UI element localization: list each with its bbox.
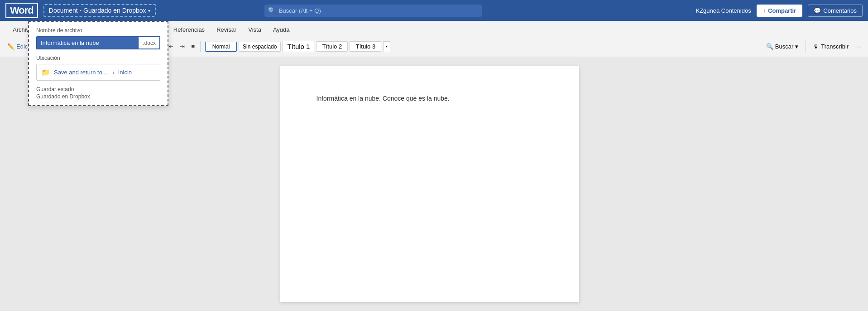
user-name: KZgunea Contenidos — [696, 7, 751, 14]
style-selector: Normal Sin espaciado Título 1 Título 2 T… — [205, 41, 390, 52]
buscar-chevron: ▾ — [795, 43, 798, 50]
transcribir-icon: 🎙 — [813, 43, 819, 50]
search-input[interactable] — [264, 5, 482, 17]
tab-referencias[interactable]: Referencias — [168, 24, 210, 36]
transcribir-button[interactable]: 🎙 Transcribir — [810, 41, 852, 52]
filename-label: Nombre de archivo — [36, 27, 160, 34]
style-sin-espaciado[interactable]: Sin espaciado — [239, 42, 281, 52]
save-and-return-button[interactable]: 📁 Save and return to ... › Inicio — [36, 64, 160, 81]
pencil-icon: ✏️ — [7, 43, 14, 50]
buscar-icon: 🔍 — [766, 43, 773, 50]
filename-popup: Nombre de archivo .docx Ubicación 📁 Save… — [28, 21, 168, 106]
search-icon: 🔍 — [268, 7, 276, 14]
ubicacion-label: Ubicación — [36, 55, 160, 61]
arrow-icon: › — [112, 69, 114, 76]
doc-title-button[interactable]: Document - Guardado en Dropbox ▾ — [43, 4, 156, 17]
tab-ayuda[interactable]: Ayuda — [268, 24, 295, 36]
style-normal[interactable]: Normal — [205, 42, 237, 52]
guardar-estado-label: Guardar estado — [36, 86, 160, 92]
doc-title-chevron: ▾ — [148, 8, 150, 13]
document-page[interactable]: Informática en la nube. Conoce qué es la… — [280, 66, 579, 302]
more-tools-button[interactable]: ··· — [854, 41, 864, 52]
comment-button[interactable]: 💬 Comentarios — [808, 5, 863, 17]
more-tools-icon: ··· — [857, 43, 862, 50]
indent-increase-icon: ⇥ — [180, 43, 185, 50]
tab-revisar[interactable]: Revisar — [211, 24, 242, 36]
buscar-button[interactable]: 🔍 Buscar ▾ — [762, 41, 802, 52]
style-titulo3[interactable]: Título 3 — [350, 41, 381, 52]
toolbar-right: 🔍 Buscar ▾ 🎙 Transcribir ··· — [762, 41, 864, 52]
title-right-area: KZgunea Contenidos ↑ Compartir 💬 Comenta… — [696, 5, 863, 17]
filename-input[interactable] — [37, 37, 139, 49]
inicio-label: Inicio — [118, 69, 132, 76]
title-bar: Word Document - Guardado en Dropbox ▾ 🔍 … — [0, 0, 868, 21]
filename-input-wrap: .docx — [36, 36, 160, 49]
separator-4 — [806, 41, 806, 52]
indent-increase-button[interactable]: ⇥ — [177, 41, 187, 52]
separator-3 — [200, 41, 201, 52]
align-icon: ≡ — [191, 43, 195, 50]
share-icon: ↑ — [763, 7, 766, 14]
share-button[interactable]: ↑ Compartir — [757, 5, 803, 17]
folder-icon: 📁 — [41, 68, 50, 77]
style-titulo1[interactable]: Título 1 — [283, 41, 314, 52]
align-button[interactable]: ≡ — [188, 41, 197, 52]
indent-decrease-icon: ⇤ — [168, 43, 173, 50]
save-and-return-label: Save and return to ... — [54, 69, 109, 76]
ruler-right — [581, 66, 588, 302]
document-content: Informática en la nube. Conoce qué es la… — [317, 93, 543, 103]
doc-title-text: Document - Guardado en Dropbox — [49, 7, 146, 14]
style-titulo2[interactable]: Título 2 — [316, 41, 348, 52]
search-bar: 🔍 — [264, 5, 482, 17]
comment-icon: 💬 — [814, 7, 821, 14]
tab-vista[interactable]: Vista — [243, 24, 267, 36]
transcribir-label: Transcribir — [821, 43, 849, 50]
word-logo: Word — [5, 3, 38, 18]
file-extension: .docx — [139, 38, 159, 49]
buscar-label: Buscar — [775, 43, 793, 50]
share-label: Compartir — [768, 7, 796, 14]
comment-label: Comentarios — [823, 7, 857, 14]
guardado-en-label: Guardado en Dropbox — [36, 93, 160, 100]
styles-dropdown-button[interactable]: ▾ — [383, 41, 390, 52]
